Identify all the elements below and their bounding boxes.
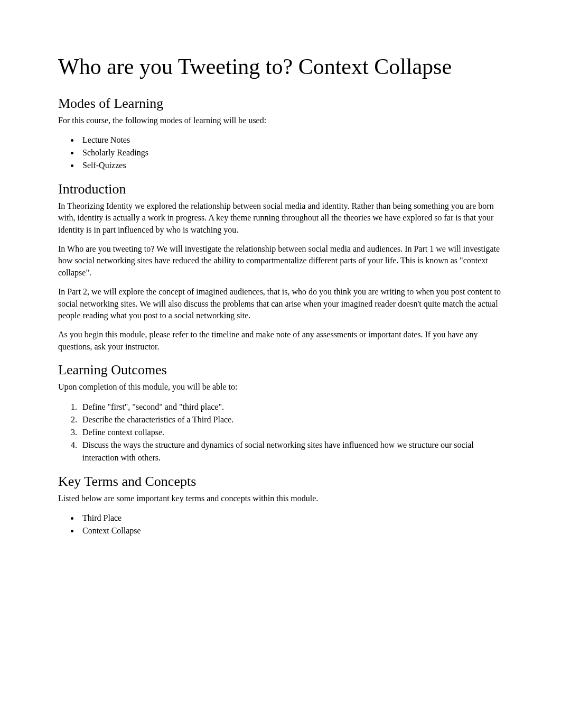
key-terms-intro: Listed below are some important key term… bbox=[58, 493, 503, 504]
list-item: Self-Quizzes bbox=[79, 159, 503, 172]
list-item: Discuss the ways the structure and dynam… bbox=[79, 439, 503, 464]
key-terms-list: Third Place Context Collapse bbox=[58, 512, 503, 537]
introduction-paragraph: As you begin this module, please refer t… bbox=[58, 329, 503, 353]
introduction-paragraph: In Theorizing Identity we explored the r… bbox=[58, 200, 503, 236]
learning-outcomes-intro: Upon completion of this module, you will… bbox=[58, 381, 503, 393]
introduction-section: Introduction In Theorizing Identity we e… bbox=[58, 181, 503, 353]
key-terms-heading: Key Terms and Concepts bbox=[58, 474, 503, 490]
list-item: Lecture Notes bbox=[79, 134, 503, 146]
list-item: Describe the characteristics of a Third … bbox=[79, 413, 503, 426]
learning-outcomes-heading: Learning Outcomes bbox=[58, 362, 503, 378]
modes-of-learning-intro: For this course, the following modes of … bbox=[58, 115, 503, 126]
list-item: Third Place bbox=[79, 512, 503, 524]
modes-of-learning-heading: Modes of Learning bbox=[58, 96, 503, 112]
list-item: Define context collapse. bbox=[79, 426, 503, 439]
list-item: Define "first", "second" and "third plac… bbox=[79, 401, 503, 413]
learning-outcomes-section: Learning Outcomes Upon completion of thi… bbox=[58, 362, 503, 464]
key-terms-section: Key Terms and Concepts Listed below are … bbox=[58, 474, 503, 537]
document-title: Who are you Tweeting to? Context Collaps… bbox=[58, 53, 503, 81]
introduction-paragraph: In Part 2, we will explore the concept o… bbox=[58, 286, 503, 321]
learning-outcomes-list: Define "first", "second" and "third plac… bbox=[58, 401, 503, 464]
list-item: Context Collapse bbox=[79, 524, 503, 537]
modes-of-learning-section: Modes of Learning For this course, the f… bbox=[58, 96, 503, 172]
introduction-heading: Introduction bbox=[58, 181, 503, 197]
modes-of-learning-list: Lecture Notes Scholarly Readings Self-Qu… bbox=[58, 134, 503, 172]
introduction-paragraph: In Who are you tweeting to? We will inve… bbox=[58, 243, 503, 279]
list-item: Scholarly Readings bbox=[79, 146, 503, 159]
